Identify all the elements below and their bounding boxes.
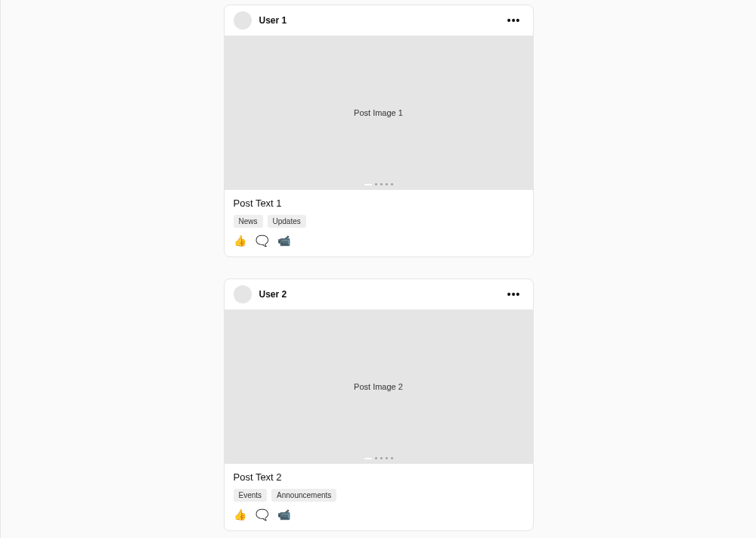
share-icon[interactable]: 📹 bbox=[277, 235, 290, 246]
post-image-label: Post Image 1 bbox=[354, 108, 403, 117]
post-actions: 👍 🗨️ 📹 bbox=[234, 509, 524, 520]
post-actions: 👍 🗨️ 📹 bbox=[234, 235, 524, 246]
post-text: Post Text 2 bbox=[234, 471, 524, 483]
post-tags: Events Announcements bbox=[234, 489, 524, 502]
like-icon[interactable]: 👍 bbox=[234, 235, 246, 246]
post-card: User 1 ••• Post Image 1 Post Text 1 News… bbox=[224, 5, 534, 257]
avatar[interactable] bbox=[234, 11, 252, 30]
post-body: Post Text 2 Events Announcements 👍 🗨️ 📹 bbox=[225, 464, 533, 530]
post-user[interactable]: User 1 bbox=[234, 11, 287, 30]
carousel-dot-icon bbox=[391, 183, 393, 185]
avatar[interactable] bbox=[234, 285, 252, 303]
more-options-icon[interactable]: ••• bbox=[504, 287, 524, 302]
comment-icon[interactable]: 🗨️ bbox=[256, 509, 268, 520]
share-icon[interactable]: 📹 bbox=[277, 509, 290, 520]
carousel-indicator bbox=[364, 457, 393, 459]
carousel-dot-icon bbox=[391, 457, 393, 459]
post-image-label: Post Image 2 bbox=[354, 382, 403, 391]
more-options-icon[interactable]: ••• bbox=[504, 13, 524, 28]
carousel-indicator bbox=[364, 183, 393, 185]
post-tags: News Updates bbox=[234, 215, 524, 228]
username[interactable]: User 1 bbox=[259, 15, 287, 26]
tag[interactable]: Events bbox=[234, 489, 268, 502]
carousel-dot-icon bbox=[380, 457, 383, 459]
post-header: User 1 ••• bbox=[225, 5, 533, 36]
carousel-dot-icon bbox=[386, 457, 388, 459]
post-user[interactable]: User 2 bbox=[234, 285, 287, 303]
post-text: Post Text 1 bbox=[234, 197, 524, 209]
post-card: User 2 ••• Post Image 2 Post Text 2 Even… bbox=[224, 278, 534, 531]
carousel-dot-icon bbox=[386, 183, 388, 185]
post-header: User 2 ••• bbox=[225, 279, 533, 309]
feed-container: User 1 ••• Post Image 1 Post Text 1 News… bbox=[224, 0, 534, 538]
tag[interactable]: News bbox=[234, 215, 263, 228]
carousel-dot-icon bbox=[375, 183, 377, 185]
post-image[interactable]: Post Image 1 bbox=[225, 36, 533, 190]
carousel-dot-icon bbox=[375, 457, 377, 459]
post-image[interactable]: Post Image 2 bbox=[225, 309, 533, 464]
username[interactable]: User 2 bbox=[259, 289, 287, 300]
tag[interactable]: Announcements bbox=[271, 489, 336, 502]
carousel-dot-icon bbox=[380, 183, 383, 185]
tag[interactable]: Updates bbox=[268, 215, 306, 228]
comment-icon[interactable]: 🗨️ bbox=[256, 235, 268, 246]
like-icon[interactable]: 👍 bbox=[234, 509, 246, 520]
post-body: Post Text 1 News Updates 👍 🗨️ 📹 bbox=[225, 190, 533, 257]
carousel-current-icon bbox=[364, 184, 372, 185]
carousel-current-icon bbox=[364, 458, 372, 459]
